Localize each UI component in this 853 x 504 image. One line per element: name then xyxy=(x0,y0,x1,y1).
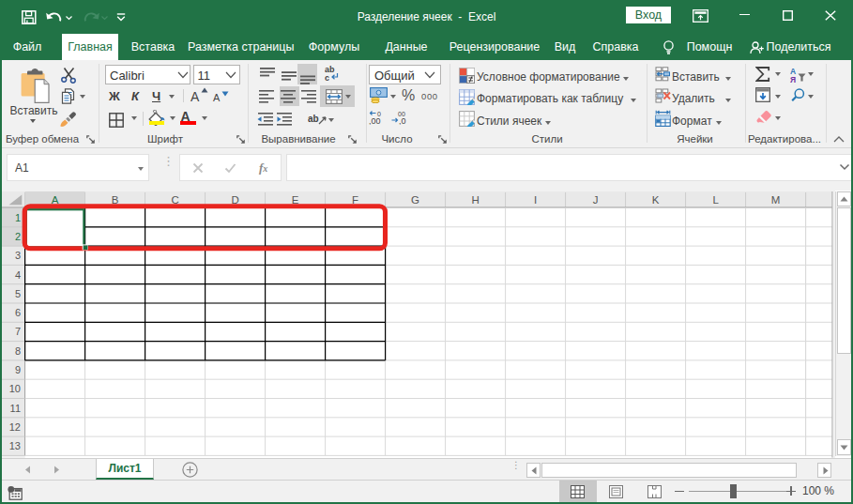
svg-text:ab: ab xyxy=(308,114,319,124)
svg-text:1: 1 xyxy=(15,212,21,223)
svg-text:7: 7 xyxy=(15,326,21,337)
svg-text:G: G xyxy=(411,194,419,206)
svg-text:10: 10 xyxy=(9,383,21,394)
svg-text:9: 9 xyxy=(15,364,21,375)
svg-text:D: D xyxy=(231,194,238,206)
svg-text:6: 6 xyxy=(15,307,21,318)
svg-text:3: 3 xyxy=(15,250,21,261)
svg-text:11: 11 xyxy=(10,403,21,414)
svg-text:8: 8 xyxy=(15,345,21,357)
svg-text:L: L xyxy=(712,194,719,206)
svg-text:I: I xyxy=(534,194,537,206)
svg-text:M: M xyxy=(771,194,781,206)
svg-text:2: 2 xyxy=(15,231,21,242)
svg-text:B: B xyxy=(112,194,119,206)
svg-text:5: 5 xyxy=(15,288,21,299)
svg-text:C: C xyxy=(171,194,178,206)
svg-text:J: J xyxy=(593,194,599,206)
svg-text:12: 12 xyxy=(9,421,21,433)
svg-text:H: H xyxy=(471,194,479,206)
svg-text:c: c xyxy=(325,73,329,83)
svg-text:4: 4 xyxy=(15,269,21,281)
svg-text:0: 0 xyxy=(377,111,381,117)
svg-text:Я: Я xyxy=(790,75,796,84)
svg-text:E: E xyxy=(292,194,299,206)
svg-text:F: F xyxy=(352,194,358,206)
svg-text:,0: ,0 xyxy=(399,116,406,126)
svg-text:K: K xyxy=(652,194,660,206)
svg-text:A: A xyxy=(52,194,59,206)
svg-text:13: 13 xyxy=(9,440,21,451)
